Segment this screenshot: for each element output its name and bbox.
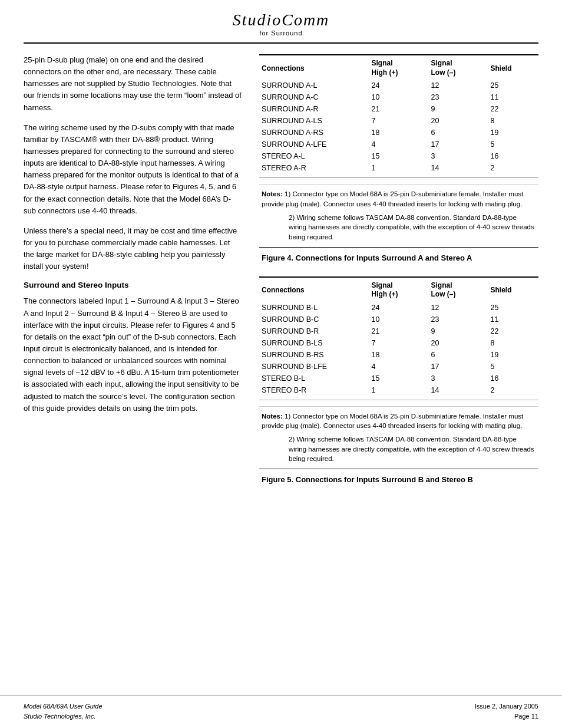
table-cell: 10 bbox=[369, 91, 428, 103]
main-content: 25-pin D-sub plug (male) on one end and … bbox=[0, 44, 562, 689]
section-body: The connectors labeled Input 1 – Surroun… bbox=[24, 295, 242, 414]
table-cell: 19 bbox=[488, 127, 538, 139]
page: StudioComm for Surround 25-pin D-sub plu… bbox=[0, 0, 562, 728]
table-row: STEREO A-L15316 bbox=[259, 150, 538, 162]
table-cell: SURROUND A-R bbox=[259, 103, 369, 115]
footer-issue: Issue 2, January 2005 bbox=[475, 701, 538, 711]
paragraph-1: 25-pin D-sub plug (male) on one end and … bbox=[24, 54, 242, 114]
footer-right: Issue 2, January 2005 Page 11 bbox=[475, 701, 538, 721]
table-cell: 11 bbox=[488, 91, 538, 103]
table-cell: 23 bbox=[429, 314, 488, 325]
table-cell: 9 bbox=[429, 325, 488, 337]
table-row: SURROUND B-LFE4175 bbox=[259, 361, 538, 373]
table-row: SURROUND A-RS18619 bbox=[259, 127, 538, 139]
table-cell: 16 bbox=[488, 373, 538, 384]
table-cell: 15 bbox=[369, 373, 428, 384]
table-cell: 21 bbox=[369, 103, 428, 115]
section-heading: Surround and Stereo Inputs bbox=[24, 281, 242, 289]
table-cell: SURROUND B-R bbox=[259, 325, 369, 337]
table-cell: 3 bbox=[429, 373, 488, 384]
table-cell: 11 bbox=[488, 314, 538, 325]
notes-label-a: Notes: bbox=[262, 190, 283, 197]
table-cell: 12 bbox=[429, 302, 488, 314]
col-header-shield-b: Shield bbox=[488, 278, 538, 302]
table-cell: SURROUND B-C bbox=[259, 314, 369, 325]
table-cell: 20 bbox=[429, 337, 488, 349]
table-row: SURROUND A-L241225 bbox=[259, 80, 538, 91]
table-cell: SURROUND B-RS bbox=[259, 349, 369, 361]
page-header: StudioComm for Surround bbox=[24, 0, 538, 44]
table-cell: 24 bbox=[369, 302, 428, 314]
table-row: SURROUND A-C102311 bbox=[259, 91, 538, 103]
table-row: SURROUND A-LS7208 bbox=[259, 115, 538, 127]
table-cell: STEREO B-R bbox=[259, 384, 369, 396]
table-cell: 14 bbox=[429, 384, 488, 396]
page-footer: Model 68A/69A User Guide Studio Technolo… bbox=[0, 695, 562, 728]
footer-model: Model 68A/69A User Guide bbox=[24, 701, 103, 711]
table-cell: 7 bbox=[369, 115, 428, 127]
table-cell: 24 bbox=[369, 80, 428, 91]
table-cell: SURROUND B-L bbox=[259, 302, 369, 314]
table-cell: STEREO A-R bbox=[259, 162, 369, 174]
table-cell: SURROUND A-LFE bbox=[259, 139, 369, 150]
table-cell: 18 bbox=[369, 127, 428, 139]
col-header-low-a: SignalLow (–) bbox=[429, 55, 488, 80]
table-cell: 5 bbox=[488, 139, 538, 150]
notes-b: Notes: 1) Connector type on Model 68A is… bbox=[259, 406, 538, 469]
table-cell: 1 bbox=[369, 384, 428, 396]
table-cell: 6 bbox=[429, 127, 488, 139]
table-row: SURROUND B-LS7208 bbox=[259, 337, 538, 349]
table-row: SURROUND B-C102311 bbox=[259, 314, 538, 325]
notes-a: Notes: 1) Connector type on Model 68A is… bbox=[259, 184, 538, 246]
note-b-1: 1) Connector type on Model 68A is 25-pin… bbox=[262, 413, 523, 430]
table-cell: 1 bbox=[369, 162, 428, 174]
table-cell: 21 bbox=[369, 325, 428, 337]
table-cell: 8 bbox=[488, 337, 538, 349]
footer-left: Model 68A/69A User Guide Studio Technolo… bbox=[24, 701, 103, 721]
table-cell: STEREO A-L bbox=[259, 150, 369, 162]
table-cell: 8 bbox=[488, 115, 538, 127]
table-cell: SURROUND A-RS bbox=[259, 127, 369, 139]
table-cell: 20 bbox=[429, 115, 488, 127]
logo: StudioComm bbox=[233, 11, 330, 29]
table-row: SURROUND B-L241225 bbox=[259, 302, 538, 314]
right-column: Connections SignalHigh (+) SignalLow (–)… bbox=[259, 54, 538, 689]
footer-company: Studio Technologies, Inc. bbox=[24, 711, 103, 722]
table-cell: 22 bbox=[488, 325, 538, 337]
table-cell: 12 bbox=[429, 80, 488, 91]
col-header-connections-b: Connections bbox=[259, 278, 369, 302]
table-cell: STEREO B-L bbox=[259, 373, 369, 384]
notes-label-b: Notes: bbox=[262, 413, 283, 420]
table-cell: 19 bbox=[488, 349, 538, 361]
table-cell: 6 bbox=[429, 349, 488, 361]
table-cell: 23 bbox=[429, 91, 488, 103]
table-row: STEREO A-R1142 bbox=[259, 162, 538, 174]
table-cell: 9 bbox=[429, 103, 488, 115]
table-cell: 25 bbox=[488, 80, 538, 91]
table-cell: 3 bbox=[429, 150, 488, 162]
table-cell: 15 bbox=[369, 150, 428, 162]
col-header-high-b: SignalHigh (+) bbox=[369, 278, 428, 302]
table-cell: 5 bbox=[488, 361, 538, 373]
table-cell: 18 bbox=[369, 349, 428, 361]
logo-sub: for Surround bbox=[259, 29, 302, 37]
table-row: SURROUND B-R21922 bbox=[259, 325, 538, 337]
table-cell: SURROUND B-LFE bbox=[259, 361, 369, 373]
table-row: STEREO B-R1142 bbox=[259, 384, 538, 396]
figure-4-caption: Figure 4. Connections for Inputs Surroun… bbox=[259, 247, 538, 266]
table-cell: 10 bbox=[369, 314, 428, 325]
left-column: 25-pin D-sub plug (male) on one end and … bbox=[24, 54, 242, 689]
paragraph-2: The wiring scheme used by the D-subs com… bbox=[24, 122, 242, 217]
table-cell: 2 bbox=[488, 384, 538, 396]
table-row: STEREO B-L15316 bbox=[259, 373, 538, 384]
table-cell: 22 bbox=[488, 103, 538, 115]
col-header-connections-a: Connections bbox=[259, 55, 369, 80]
table-cell: SURROUND B-LS bbox=[259, 337, 369, 349]
paragraph-3: Unless there’s a special need, it may be… bbox=[24, 225, 242, 273]
footer-page: Page 11 bbox=[475, 711, 538, 722]
table-row: SURROUND B-RS18619 bbox=[259, 349, 538, 361]
col-header-high-a: SignalHigh (+) bbox=[369, 55, 428, 80]
table-cell: 14 bbox=[429, 162, 488, 174]
table-cell: SURROUND A-C bbox=[259, 91, 369, 103]
table-a-container: Connections SignalHigh (+) SignalLow (–)… bbox=[259, 54, 538, 178]
